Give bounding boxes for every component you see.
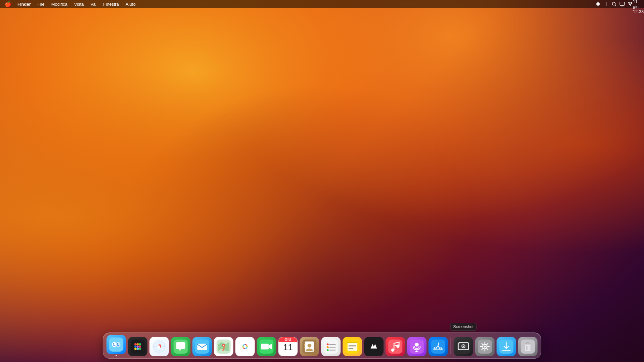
podcasts-icon xyxy=(407,337,427,356)
menu-vista[interactable]: Vista xyxy=(71,1,87,7)
svg-point-8 xyxy=(116,342,120,347)
messages-icon xyxy=(171,337,191,356)
menubar-right: ⏐ Sab 11 giu 12:33 xyxy=(595,1,641,7)
maps-icon xyxy=(214,337,233,356)
dock: Finder Launchpad xyxy=(103,332,541,359)
appstore-icon xyxy=(429,337,448,356)
safari-icon xyxy=(150,337,169,356)
dock-item-launchpad[interactable]: Launchpad xyxy=(128,337,148,356)
downloads-icon xyxy=(497,337,516,356)
dock-item-calendar[interactable]: Calendario GIU 11 xyxy=(278,337,298,356)
screenshot-icon xyxy=(454,337,473,356)
svg-point-7 xyxy=(112,342,116,347)
dock-item-trash[interactable]: Cestino xyxy=(518,337,538,356)
record-icon[interactable] xyxy=(595,1,601,7)
desktop xyxy=(0,0,644,362)
finder-icon xyxy=(107,335,126,354)
dock-item-facetime[interactable]: FaceTime xyxy=(257,337,276,356)
calendar-icon: GIU 11 xyxy=(278,337,298,356)
photos-icon xyxy=(235,337,255,356)
svg-point-13 xyxy=(137,343,139,346)
dock-item-mail[interactable]: Mail xyxy=(193,337,212,356)
dock-item-finder[interactable]: Finder xyxy=(107,335,126,356)
appletv-icon xyxy=(364,337,384,356)
svg-rect-55 xyxy=(304,344,305,346)
svg-rect-57 xyxy=(324,340,338,354)
dock-item-downloads[interactable]: Scaricati xyxy=(497,337,516,356)
svg-point-9 xyxy=(113,343,114,345)
mail-icon xyxy=(193,337,212,356)
svg-rect-66 xyxy=(347,342,358,343)
dock-item-notes[interactable]: Note xyxy=(343,337,362,356)
svg-point-90 xyxy=(484,346,486,348)
svg-point-85 xyxy=(463,346,464,347)
menubar: 🍎 Finder File Modifica Vista Vai Finestr… xyxy=(0,0,644,8)
svg-point-15 xyxy=(134,346,137,348)
dock-item-reminders[interactable]: Promemoria xyxy=(321,337,341,356)
svg-point-27 xyxy=(159,346,160,347)
menu-file[interactable]: File xyxy=(35,1,47,7)
music-icon xyxy=(386,337,405,356)
svg-rect-30 xyxy=(197,344,207,350)
dock-item-appstore[interactable]: App Store xyxy=(429,337,448,356)
dock-container: Finder Launchpad xyxy=(103,332,541,359)
svg-rect-50 xyxy=(261,344,269,349)
dock-item-appletv[interactable]: Apple TV xyxy=(364,337,384,356)
svg-point-76 xyxy=(415,343,419,347)
svg-point-58 xyxy=(327,343,329,345)
dock-item-contacts[interactable]: Contatti xyxy=(300,337,319,356)
pipe-icon: ⏐ xyxy=(603,1,609,7)
dock-item-podcasts[interactable]: Podcast xyxy=(407,337,427,356)
svg-point-62 xyxy=(327,349,329,351)
calendar-day: 11 xyxy=(283,343,293,352)
dock-item-screenshot[interactable]: Screenshot xyxy=(454,337,473,356)
dock-item-maps[interactable]: Mappe xyxy=(214,337,233,356)
contacts-icon xyxy=(300,337,319,356)
dock-item-settings[interactable]: Preferenze di Sistema xyxy=(475,337,495,356)
svg-point-19 xyxy=(137,348,139,350)
svg-point-74 xyxy=(396,345,399,348)
svg-point-14 xyxy=(139,343,141,346)
svg-rect-87 xyxy=(459,343,460,344)
menubar-left: 🍎 Finder File Modifica Vista Vai Finestr… xyxy=(3,0,595,8)
settings-icon xyxy=(475,337,495,356)
menu-vai[interactable]: Vai xyxy=(88,1,99,7)
dock-item-safari[interactable]: Safari xyxy=(150,337,169,356)
menu-finder[interactable]: Finder xyxy=(15,1,34,7)
svg-point-17 xyxy=(139,346,141,348)
svg-rect-3 xyxy=(620,2,625,5)
svg-point-0 xyxy=(596,2,600,6)
svg-rect-65 xyxy=(347,343,357,351)
svg-point-73 xyxy=(391,349,394,352)
reminders-icon xyxy=(321,337,341,356)
svg-point-54 xyxy=(308,344,311,347)
launchpad-icon xyxy=(128,337,148,356)
facetime-icon xyxy=(257,337,276,356)
dock-item-photos[interactable]: Foto xyxy=(235,337,255,356)
search-icon[interactable] xyxy=(611,1,617,7)
svg-line-2 xyxy=(615,5,616,6)
datetime-text: Sab 11 giu 12:33 xyxy=(633,0,644,14)
svg-point-60 xyxy=(327,346,329,348)
svg-rect-56 xyxy=(304,347,305,348)
notes-icon xyxy=(343,337,362,356)
apple-menu[interactable]: 🍎 xyxy=(3,0,13,8)
svg-point-20 xyxy=(139,348,141,350)
datetime-display[interactable]: Sab 11 giu 12:33 xyxy=(635,1,641,7)
menu-finestra[interactable]: Finestra xyxy=(101,1,122,7)
menu-modifica[interactable]: Modifica xyxy=(49,1,70,7)
menu-aiuto[interactable]: Aiuto xyxy=(123,1,139,7)
dock-item-music[interactable]: Musica xyxy=(386,337,405,356)
dock-item-messages[interactable]: Messaggi xyxy=(171,337,191,356)
svg-point-18 xyxy=(134,348,137,350)
finder-dot xyxy=(116,355,117,356)
dock-divider xyxy=(451,338,451,354)
screen-control-icon[interactable] xyxy=(619,1,625,7)
svg-rect-71 xyxy=(388,340,402,354)
svg-point-34 xyxy=(223,345,224,346)
svg-point-10 xyxy=(117,343,118,345)
svg-point-12 xyxy=(134,343,137,346)
trash-icon xyxy=(518,337,538,356)
wifi-icon[interactable] xyxy=(627,1,633,7)
calendar-month: GIU xyxy=(279,337,298,342)
